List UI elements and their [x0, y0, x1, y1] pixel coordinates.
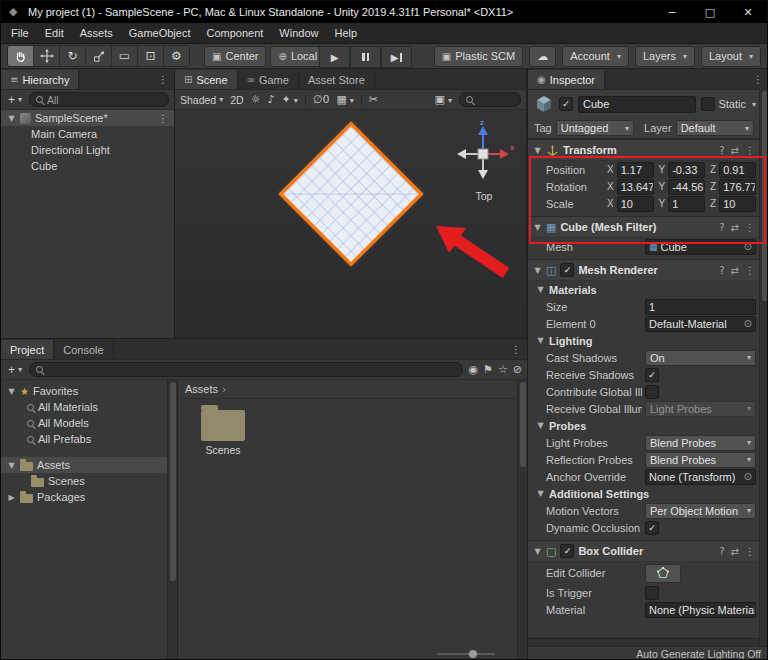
- material-element-field[interactable]: Default-Material⊙: [645, 316, 756, 332]
- axis-cone[interactable]: [478, 170, 488, 179]
- kebab-icon[interactable]: ⋮: [745, 265, 755, 276]
- tree-packages-root[interactable]: ▶ Packages: [1, 489, 167, 505]
- rotation-y-field[interactable]: -44.56: [668, 179, 705, 195]
- scene-search-input[interactable]: [459, 92, 521, 107]
- help-icon[interactable]: ?: [719, 222, 724, 233]
- move-tool-button[interactable]: [34, 46, 60, 66]
- x-axis-cone[interactable]: [500, 149, 509, 159]
- light-probes-dropdown[interactable]: Blend Probes▾: [645, 435, 756, 451]
- foldout-expanded-icon[interactable]: ▼: [7, 461, 16, 470]
- object-picker-icon[interactable]: ⊙: [744, 241, 752, 252]
- inspector-scrollbar[interactable]: [759, 89, 768, 646]
- chevron-down-icon[interactable]: ▾: [752, 100, 756, 109]
- preset-icon[interactable]: ⇄: [731, 546, 739, 557]
- pause-button[interactable]: [350, 46, 381, 68]
- hidden-packages-icon[interactable]: ⊘: [513, 363, 522, 376]
- tab-asset-store[interactable]: Asset Store: [299, 70, 375, 89]
- z-axis-cone[interactable]: [478, 126, 488, 135]
- scene-tools-icon[interactable]: ✂: [369, 93, 378, 106]
- scale-y-field[interactable]: 1: [668, 196, 705, 212]
- cloud-button[interactable]: ☁: [529, 46, 556, 67]
- tab-game[interactable]: ∞Game: [238, 70, 299, 89]
- hierarchy-item-directional-light[interactable]: Directional Light: [1, 142, 174, 158]
- scrollbar-thumb[interactable]: [170, 382, 176, 581]
- project-content-area[interactable]: Assets › Scenes: [177, 380, 517, 660]
- tab-console[interactable]: Console: [54, 340, 113, 359]
- object-name-field[interactable]: Cube: [578, 96, 696, 113]
- favorites-all-models[interactable]: All Models: [1, 415, 167, 431]
- object-picker-icon[interactable]: ⊙: [744, 318, 752, 329]
- materials-size-field[interactable]: 1: [645, 299, 756, 315]
- foldout-expanded-icon[interactable]: ▼: [533, 223, 542, 232]
- pivot-rotation-button[interactable]: ⊕Local: [270, 46, 325, 67]
- step-button[interactable]: ▶: [381, 46, 412, 68]
- tab-scene[interactable]: ⊞Scene: [175, 70, 238, 89]
- component-enabled-checkbox[interactable]: ✓: [560, 263, 574, 277]
- position-z-field[interactable]: 0.91: [719, 162, 756, 178]
- slider-handle[interactable]: [469, 650, 477, 658]
- gizmo-center-cube[interactable]: [478, 149, 488, 159]
- tree-assets-root[interactable]: ▼ Assets: [1, 457, 167, 473]
- materials-foldout[interactable]: ▼Materials: [528, 281, 760, 298]
- hierarchy-scene-row[interactable]: ▼ SampleScene* ⋮: [1, 110, 174, 126]
- rotation-x-field[interactable]: 13.647: [617, 179, 654, 195]
- layers-dropdown[interactable]: Layers▾: [635, 46, 695, 67]
- dynamic-occlusion-checkbox[interactable]: ✓: [645, 521, 659, 535]
- kebab-icon[interactable]: ⋮: [745, 145, 755, 156]
- help-icon[interactable]: ?: [719, 265, 724, 276]
- receive-shadows-checkbox[interactable]: ✓: [645, 368, 659, 382]
- motion-vectors-dropdown[interactable]: Per Object Motion▾: [645, 503, 756, 519]
- scrollbar-thumb[interactable]: [762, 91, 768, 301]
- maximize-button[interactable]: □: [691, 1, 729, 23]
- component-enabled-checkbox[interactable]: ✓: [560, 544, 574, 558]
- panel-menu-icon[interactable]: ⋮: [747, 74, 768, 85]
- menu-file[interactable]: File: [3, 27, 37, 39]
- foldout-expanded-icon[interactable]: ▼: [7, 387, 16, 396]
- rotate-tool-button[interactable]: ↻: [60, 46, 86, 66]
- cast-shadows-dropdown[interactable]: On▾: [645, 350, 756, 366]
- hierarchy-item-cube[interactable]: Cube: [1, 158, 174, 174]
- mesh-object-field[interactable]: ▦ Cube ⊙: [645, 239, 756, 255]
- foldout-expanded-icon[interactable]: ▼: [7, 114, 16, 123]
- rotation-z-field[interactable]: 176.77: [719, 179, 756, 195]
- play-button[interactable]: ▶: [319, 46, 350, 68]
- foldout-collapsed-icon[interactable]: ▶: [7, 493, 16, 502]
- menu-gameobject[interactable]: GameObject: [121, 27, 199, 39]
- scale-x-field[interactable]: 10: [617, 196, 654, 212]
- tag-dropdown[interactable]: Untagged▾: [556, 120, 634, 136]
- foldout-expanded-icon[interactable]: ▼: [533, 266, 542, 275]
- scene-lighting-icon[interactable]: ☼: [251, 93, 261, 106]
- panel-menu-icon[interactable]: ⋮: [152, 74, 174, 85]
- axis-cone[interactable]: [457, 149, 466, 159]
- shading-mode-dropdown[interactable]: Shaded▾: [180, 94, 223, 106]
- panel-menu-icon[interactable]: ⋮: [505, 344, 527, 355]
- contribute-gi-checkbox[interactable]: [645, 385, 659, 399]
- edit-collider-button[interactable]: [645, 564, 681, 583]
- foldout-expanded-icon[interactable]: ▼: [533, 146, 542, 155]
- layout-dropdown[interactable]: Layout▾: [701, 46, 761, 67]
- lighting-status-text[interactable]: Auto Generate Lighting Off: [636, 648, 761, 660]
- close-button[interactable]: ✕: [729, 1, 767, 23]
- project-content-scrollbar[interactable]: [517, 380, 527, 660]
- hierarchy-search-input[interactable]: All: [29, 92, 169, 107]
- tab-inspector[interactable]: ◉ Inspector: [528, 70, 605, 89]
- scrollbar-thumb[interactable]: [520, 382, 526, 467]
- help-icon[interactable]: ?: [719, 546, 724, 557]
- minimize-button[interactable]: −: [653, 1, 691, 23]
- view-orientation-label[interactable]: Top: [469, 190, 499, 202]
- search-by-type-icon[interactable]: ◉: [468, 363, 478, 376]
- custom-tool-button[interactable]: ⚙: [164, 46, 189, 66]
- preset-icon[interactable]: ⇄: [731, 265, 739, 276]
- breadcrumb-assets[interactable]: Assets: [185, 383, 218, 395]
- kebab-icon[interactable]: ⋮: [745, 546, 755, 557]
- preset-icon[interactable]: ⇄: [731, 145, 739, 156]
- scale-tool-button[interactable]: [86, 46, 112, 66]
- plastic-scm-button[interactable]: ▣Plastic SCM: [434, 46, 523, 67]
- active-checkbox[interactable]: ✓: [559, 97, 573, 111]
- create-menu-button[interactable]: +▾: [6, 93, 24, 107]
- hidden-objects-icon[interactable]: ∅0: [313, 93, 330, 106]
- scale-z-field[interactable]: 10: [719, 196, 756, 212]
- create-asset-button[interactable]: +▾: [6, 363, 24, 377]
- grid-visibility-icon[interactable]: ▦▾: [336, 93, 353, 106]
- favorites-all-prefabs[interactable]: All Prefabs: [1, 431, 167, 447]
